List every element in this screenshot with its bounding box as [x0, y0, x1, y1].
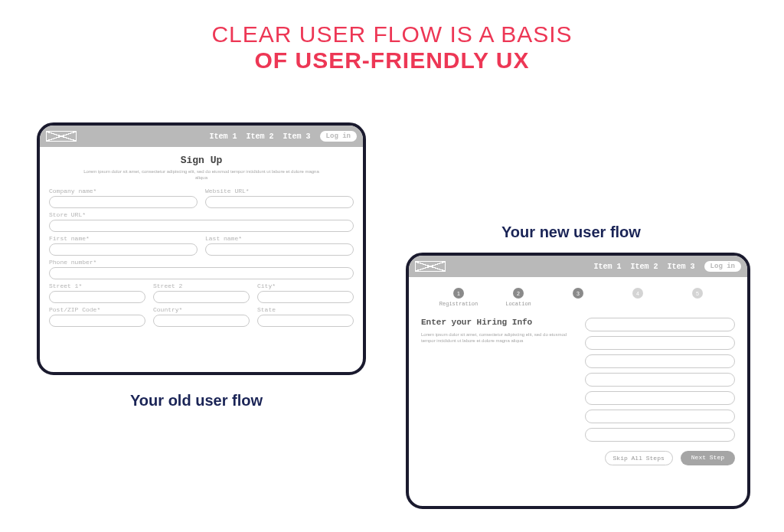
new-input-6[interactable]: [585, 410, 735, 423]
step-2[interactable]: 2Location: [497, 288, 540, 307]
input-company[interactable]: [49, 196, 198, 208]
label-last: Last name*: [205, 235, 354, 242]
label-first: First name*: [49, 235, 198, 242]
old-flow-device: Item 1 Item 2 Item 3 Log in Sign Up Lore…: [37, 122, 366, 375]
step-circle-icon: 2: [513, 288, 524, 299]
step-circle-icon: 4: [632, 288, 643, 299]
nav-item-2[interactable]: Item 2: [247, 132, 274, 141]
title-line-2: OF USER-FRIENDLY UX: [0, 47, 784, 73]
label-street2: Street 2: [153, 282, 250, 289]
input-city[interactable]: [257, 291, 354, 303]
login-button[interactable]: Log in: [704, 261, 741, 272]
old-form-body: Company name* Website URL* Store URL* Fi…: [40, 188, 363, 327]
label-zip: Post/ZIP Code*: [49, 306, 145, 313]
signup-lorem: Lorem ipsum dolor sit amet, consectetur …: [40, 166, 363, 188]
label-state: State: [257, 306, 354, 313]
label-store: Store URL*: [49, 211, 354, 218]
caption-new: Your new user flow: [501, 224, 641, 241]
input-country[interactable]: [153, 315, 250, 327]
new-flow-device: Item 1 Item 2 Item 3 Log in 1Registratio…: [406, 253, 750, 509]
label-company: Company name*: [49, 188, 198, 194]
input-store[interactable]: [49, 220, 354, 232]
label-street1: Street 1*: [49, 282, 145, 289]
step-label: Registration: [437, 301, 480, 307]
step-4[interactable]: 4: [616, 288, 659, 307]
next-button[interactable]: Next Step: [681, 451, 735, 465]
new-right: [585, 318, 735, 442]
title-line-1: CLEAR USER FLOW IS A BASIS: [0, 21, 784, 47]
input-first[interactable]: [49, 243, 198, 256]
nav-item-3[interactable]: Item 3: [668, 263, 695, 271]
input-street2[interactable]: [153, 291, 250, 303]
hiring-lorem: Lorem ipsum dolor sit amet, consectetur …: [421, 331, 571, 344]
nav-item-2[interactable]: Item 2: [631, 263, 658, 271]
new-body: Enter your Hiring Info Lorem ipsum dolor…: [409, 310, 747, 442]
skip-button[interactable]: Skip All Steps: [605, 451, 673, 465]
input-website[interactable]: [205, 196, 354, 208]
hiring-heading: Enter your Hiring Info: [421, 318, 571, 327]
login-button[interactable]: Log in: [320, 131, 357, 142]
step-1[interactable]: 1Registration: [437, 288, 480, 307]
nav-item-1[interactable]: Item 1: [210, 132, 237, 141]
nav-item-3[interactable]: Item 3: [283, 132, 311, 141]
label-country: Country*: [153, 306, 250, 313]
step-circle-icon: 3: [573, 288, 583, 299]
new-topbar: Item 1 Item 2 Item 3 Log in: [409, 256, 747, 277]
logo-placeholder-icon: [415, 261, 446, 272]
input-last[interactable]: [205, 243, 354, 256]
step-5[interactable]: 5: [676, 288, 719, 307]
step-circle-icon: 5: [692, 288, 703, 299]
step-circle-icon: 1: [453, 288, 464, 299]
label-website: Website URL*: [205, 188, 354, 194]
step-label: Location: [497, 301, 540, 307]
label-phone: Phone number*: [49, 259, 354, 266]
step-3[interactable]: 3: [557, 288, 599, 307]
new-input-1[interactable]: [585, 318, 735, 331]
label-city: City*: [257, 282, 354, 289]
logo-placeholder-icon: [46, 131, 77, 142]
page-title: CLEAR USER FLOW IS A BASIS OF USER-FRIEN…: [0, 0, 784, 73]
new-input-2[interactable]: [585, 336, 735, 350]
old-topbar: Item 1 Item 2 Item 3 Log in: [40, 126, 363, 147]
input-phone[interactable]: [49, 267, 354, 279]
caption-old: Your old user flow: [130, 392, 263, 410]
new-footer: Skip All Steps Next Step: [409, 442, 747, 465]
input-street1[interactable]: [49, 291, 145, 303]
nav-item-1[interactable]: Item 1: [594, 263, 622, 271]
input-zip[interactable]: [49, 315, 145, 327]
new-input-5[interactable]: [585, 391, 735, 405]
new-input-3[interactable]: [585, 354, 735, 368]
input-state[interactable]: [257, 315, 354, 327]
new-input-7[interactable]: [585, 428, 735, 442]
signup-heading: Sign Up: [40, 155, 363, 166]
stepper: 1Registration 2Location 3 4 5: [409, 277, 747, 310]
new-left: Enter your Hiring Info Lorem ipsum dolor…: [421, 318, 571, 442]
new-input-4[interactable]: [585, 373, 735, 387]
